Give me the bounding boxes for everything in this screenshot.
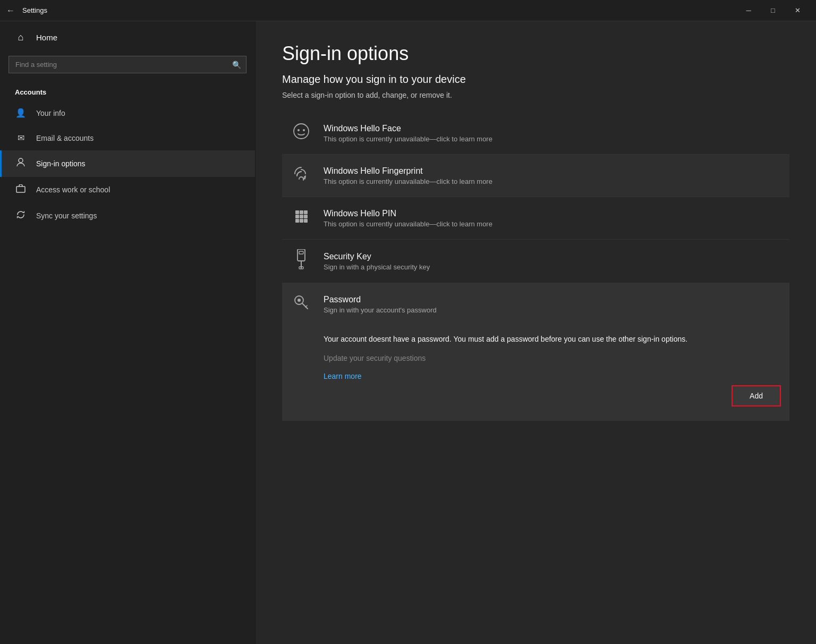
security-questions-row: Update your security questions	[324, 353, 781, 363]
search-container: 🔍	[8, 56, 246, 73]
page-title: Sign-in options	[282, 43, 789, 65]
svg-rect-8	[295, 215, 299, 218]
signin-icon	[15, 158, 27, 170]
window-controls: ─ □ ✕	[736, 0, 810, 21]
your-info-icon: 👤	[15, 108, 27, 118]
sidebar-item-access-work[interactable]: Access work or school	[0, 177, 255, 202]
svg-point-19	[298, 299, 301, 302]
home-icon: ⌂	[15, 32, 27, 43]
svg-rect-6	[300, 210, 303, 214]
security-questions-label: Update your security questions	[324, 354, 426, 362]
svg-line-21	[305, 306, 307, 307]
page-description: Select a sign-in option to add, change, …	[282, 91, 789, 99]
hello-fingerprint-text: Windows Hello Fingerprint This option is…	[324, 166, 781, 185]
add-button-row: Add	[324, 381, 781, 406]
work-icon	[15, 184, 27, 195]
svg-point-2	[294, 124, 309, 139]
minimize-button[interactable]: ─	[736, 0, 761, 21]
maximize-button[interactable]: □	[761, 0, 785, 21]
home-label: Home	[36, 33, 57, 42]
sidebar-item-home[interactable]: ⌂ Home	[0, 21, 255, 54]
hello-face-title: Windows Hello Face	[324, 124, 781, 133]
password-icon	[291, 293, 312, 316]
svg-point-0	[19, 158, 23, 163]
sidebar-item-sync-settings[interactable]: Sync your settings	[0, 202, 255, 229]
learn-more-link[interactable]: Learn more	[324, 372, 362, 380]
sidebar-item-label: Access work or school	[36, 185, 110, 194]
svg-rect-14	[298, 249, 305, 261]
svg-rect-11	[295, 219, 299, 223]
security-key-desc: Sign in with a physical security key	[324, 263, 781, 271]
face-icon	[291, 122, 312, 145]
hello-face-text: Windows Hello Face This option is curren…	[324, 124, 781, 143]
password-desc: Sign in with your account's password	[324, 306, 781, 314]
back-button[interactable]: ←	[6, 6, 15, 15]
security-key-option[interactable]: Security Key Sign in with a physical sec…	[282, 240, 789, 283]
password-option[interactable]: Password Sign in with your account's pas…	[282, 283, 789, 421]
sidebar-item-label: Email & accounts	[36, 134, 94, 142]
search-input[interactable]	[8, 56, 246, 73]
hello-pin-text: Windows Hello PIN This option is current…	[324, 209, 781, 228]
hello-face-option[interactable]: Windows Hello Face This option is curren…	[282, 112, 789, 155]
sidebar: ⌂ Home 🔍 Accounts 👤 Your info ✉ Email & …	[0, 21, 255, 644]
pin-icon	[291, 207, 312, 230]
sidebar-item-label: Your info	[36, 109, 65, 117]
svg-rect-13	[304, 219, 308, 223]
sidebar-item-signin-options[interactable]: Sign-in options	[0, 150, 255, 177]
security-key-title: Security Key	[324, 252, 781, 261]
svg-rect-7	[304, 210, 308, 214]
svg-point-3	[298, 129, 300, 131]
password-warning: Your account doesnt have a password. You…	[324, 334, 781, 345]
hello-fingerprint-option[interactable]: Windows Hello Fingerprint This option is…	[282, 155, 789, 197]
close-button[interactable]: ✕	[785, 0, 810, 21]
content-area: Sign-in options Manage how you sign in t…	[255, 21, 816, 644]
svg-point-4	[303, 129, 305, 131]
sidebar-item-label: Sign-in options	[36, 159, 86, 168]
usb-icon	[291, 249, 312, 273]
svg-rect-10	[304, 215, 308, 218]
add-button[interactable]: Add	[732, 385, 781, 406]
password-text: Password Sign in with your account's pas…	[324, 295, 781, 314]
hello-pin-title: Windows Hello PIN	[324, 209, 781, 218]
svg-rect-5	[295, 210, 299, 214]
password-expanded-content: Your account doesnt have a password. You…	[291, 327, 781, 411]
svg-rect-12	[300, 219, 303, 223]
hello-fingerprint-desc: This option is currently unavailable—cli…	[324, 177, 781, 185]
page-subtitle: Manage how you sign in to your device	[282, 73, 789, 86]
fingerprint-icon	[291, 164, 312, 187]
window-title: Settings	[22, 6, 736, 14]
hello-face-desc: This option is currently unavailable—cli…	[324, 135, 781, 143]
svg-rect-9	[300, 215, 303, 218]
app-container: ⌂ Home 🔍 Accounts 👤 Your info ✉ Email & …	[0, 21, 816, 644]
sidebar-item-your-info[interactable]: 👤 Your info	[0, 100, 255, 125]
learn-more-row: Learn more	[324, 371, 781, 381]
email-icon: ✉	[15, 133, 27, 143]
hello-pin-desc: This option is currently unavailable—cli…	[324, 220, 781, 228]
sidebar-section-label: Accounts	[0, 84, 255, 100]
search-icon: 🔍	[232, 61, 241, 69]
svg-rect-1	[16, 187, 25, 192]
password-option-header: Password Sign in with your account's pas…	[291, 293, 781, 316]
sidebar-item-email-accounts[interactable]: ✉ Email & accounts	[0, 125, 255, 150]
title-bar: ← Settings ─ □ ✕	[0, 0, 816, 21]
security-key-text: Security Key Sign in with a physical sec…	[324, 252, 781, 271]
svg-rect-15	[299, 251, 303, 254]
password-title: Password	[324, 295, 781, 304]
hello-fingerprint-title: Windows Hello Fingerprint	[324, 166, 781, 176]
sync-icon	[15, 210, 27, 222]
sidebar-item-label: Sync your settings	[36, 211, 97, 220]
hello-pin-option[interactable]: Windows Hello PIN This option is current…	[282, 197, 789, 240]
